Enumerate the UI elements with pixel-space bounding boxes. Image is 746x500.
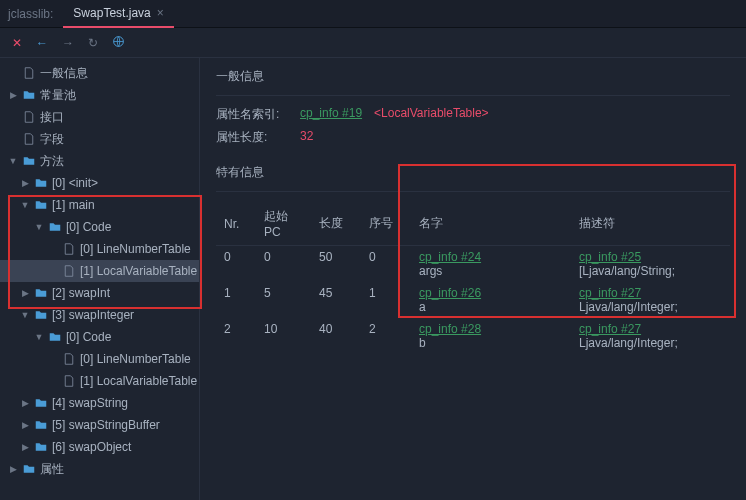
close-icon[interactable]: × [157, 6, 164, 20]
cell-idx: 2 [361, 318, 411, 354]
desc-link[interactable]: cp_info #27 [579, 322, 722, 336]
desc-link[interactable]: cp_info #27 [579, 286, 722, 300]
tree-interfaces[interactable]: 接口 [0, 106, 199, 128]
back-icon[interactable]: ← [36, 36, 48, 50]
cell-nr: 1 [216, 282, 256, 318]
file-icon [22, 133, 36, 145]
attr-name-index-link[interactable]: cp_info #19 [300, 106, 362, 123]
file-icon [22, 67, 36, 79]
col-index: 序号 [361, 202, 411, 246]
tree-linenumbertable-2[interactable]: [0] LineNumberTable [0, 348, 199, 370]
tree-localvariabletable[interactable]: [1] LocalVariableTable [0, 260, 199, 282]
folder-icon [48, 221, 62, 233]
col-nr: Nr. [216, 202, 256, 246]
close-icon[interactable]: ✕ [12, 36, 22, 50]
tree-method-swapstring[interactable]: ▶[4] swapString [0, 392, 199, 414]
tab-label: SwapTest.java [73, 6, 150, 20]
folder-icon [34, 441, 48, 453]
cell-pc: 0 [256, 246, 311, 283]
cell-nr: 2 [216, 318, 256, 354]
folder-icon [34, 199, 48, 211]
tree-main-code[interactable]: ▼[0] Code [0, 216, 199, 238]
desc-sub: [Ljava/lang/String; [579, 264, 675, 278]
folder-icon [22, 89, 36, 101]
tree-method-main[interactable]: ▼[1] main [0, 194, 199, 216]
attr-length-label: 属性长度: [216, 129, 288, 146]
tree-swapinteger-code[interactable]: ▼[0] Code [0, 326, 199, 348]
sidebar: 一般信息 ▶常量池 接口 字段 ▼方法 ▶[0] <init> ▼[1] mai… [0, 58, 200, 500]
cell-pc: 10 [256, 318, 311, 354]
name-link[interactable]: cp_info #26 [419, 286, 563, 300]
content-pane: 一般信息 属性名索引: cp_info #19 <LocalVariableTa… [200, 58, 746, 500]
name-link[interactable]: cp_info #28 [419, 322, 563, 336]
file-icon [22, 111, 36, 123]
cell-idx: 1 [361, 282, 411, 318]
name-sub: b [419, 336, 426, 350]
name-link[interactable]: cp_info #24 [419, 250, 563, 264]
cell-idx: 0 [361, 246, 411, 283]
cell-nr: 0 [216, 246, 256, 283]
file-icon [62, 265, 76, 277]
folder-icon [22, 155, 36, 167]
folder-icon [34, 177, 48, 189]
tree-fields[interactable]: 字段 [0, 128, 199, 150]
file-icon [62, 243, 76, 255]
cell-len: 45 [311, 282, 361, 318]
folder-icon [34, 309, 48, 321]
tree-method-swapobject[interactable]: ▶[6] swapObject [0, 436, 199, 458]
name-sub: a [419, 300, 426, 314]
cell-pc: 5 [256, 282, 311, 318]
desc-sub: Ljava/lang/Integer; [579, 336, 678, 350]
globe-icon[interactable] [112, 35, 125, 51]
name-sub: args [419, 264, 442, 278]
col-descriptor: 描述符 [571, 202, 730, 246]
file-icon [62, 353, 76, 365]
folder-icon [22, 463, 36, 475]
forward-icon[interactable]: → [62, 36, 74, 50]
tree-method-swapstringbuffer[interactable]: ▶[5] swapStringBuffer [0, 414, 199, 436]
toolbar: ✕ ← → ↻ [0, 28, 746, 58]
tree-attributes[interactable]: ▶属性 [0, 458, 199, 480]
col-startpc: 起始PC [256, 202, 311, 246]
cell-len: 40 [311, 318, 361, 354]
attr-name-tag: <LocalVariableTable> [374, 106, 489, 123]
tree-constant-pool[interactable]: ▶常量池 [0, 84, 199, 106]
table-row[interactable]: 15451cp_info #26acp_info #27Ljava/lang/I… [216, 282, 730, 318]
tab-bar: jclasslib: SwapTest.java × [0, 0, 746, 28]
file-icon [62, 375, 76, 387]
refresh-icon[interactable]: ↻ [88, 36, 98, 50]
folder-icon [48, 331, 62, 343]
section-specific: 特有信息 [216, 164, 730, 181]
folder-icon [34, 287, 48, 299]
folder-icon [34, 397, 48, 409]
tree-method-init[interactable]: ▶[0] <init> [0, 172, 199, 194]
tree-general-info[interactable]: 一般信息 [0, 62, 199, 84]
tree-linenumbertable[interactable]: [0] LineNumberTable [0, 238, 199, 260]
attr-length-value: 32 [300, 129, 313, 146]
col-length: 长度 [311, 202, 361, 246]
attr-name-index-label: 属性名索引: [216, 106, 288, 123]
desc-sub: Ljava/lang/Integer; [579, 300, 678, 314]
table-row[interactable]: 00500cp_info #24argscp_info #25[Ljava/la… [216, 246, 730, 283]
tab-swaptest[interactable]: SwapTest.java × [63, 0, 173, 28]
tree-method-swapinteger[interactable]: ▼[3] swapInteger [0, 304, 199, 326]
table-row[interactable]: 210402cp_info #28bcp_info #27Ljava/lang/… [216, 318, 730, 354]
tree-methods[interactable]: ▼方法 [0, 150, 199, 172]
col-name: 名字 [411, 202, 571, 246]
tree-method-swapint[interactable]: ▶[2] swapInt [0, 282, 199, 304]
local-var-table: Nr. 起始PC 长度 序号 名字 描述符 00500cp_info #24ar… [216, 202, 730, 354]
tab-prefix: jclasslib: [8, 7, 53, 21]
section-general: 一般信息 [216, 68, 730, 85]
desc-link[interactable]: cp_info #25 [579, 250, 722, 264]
cell-len: 50 [311, 246, 361, 283]
tree-localvariabletable-2[interactable]: [1] LocalVariableTable [0, 370, 199, 392]
folder-icon [34, 419, 48, 431]
